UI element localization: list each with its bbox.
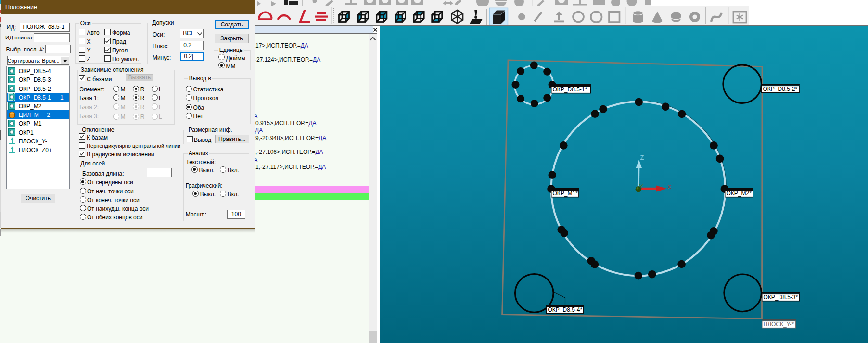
svg-text:ОКР_D8.5-3*: ОКР_D8.5-3* [764,294,798,301]
svg-text:ОКР_М1*: ОКР_М1* [553,190,578,197]
svg-text:Y: Y [639,183,643,190]
svg-text:ОКР_D8.5-1*: ОКР_D8.5-1* [553,86,587,93]
svg-text:X: X [667,183,672,191]
svg-text:ОКР_М2*: ОКР_М2* [727,190,752,197]
svg-text:ОКР_D8.5-2*: ОКР_D8.5-2* [763,86,797,92]
svg-text:Z: Z [640,153,644,161]
svg-text:ПЛОСК_Y-*: ПЛОСК_Y-* [764,321,794,328]
svg-text:ОКР_D8.5-4*: ОКР_D8.5-4* [548,306,582,313]
